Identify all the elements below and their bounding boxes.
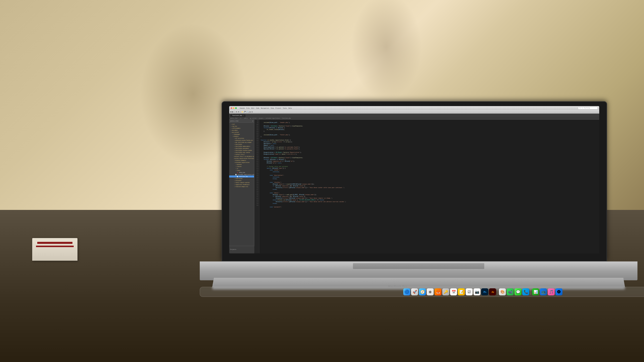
minimize-button[interactable] <box>233 107 234 109</box>
dock-icon-photoshop[interactable]: Ps <box>481 288 488 295</box>
toolbar-icon-2[interactable]: ▶ <box>232 111 233 113</box>
toolbar-icon-4[interactable]: ⟳ <box>238 111 239 113</box>
tree-layerslider[interactable]: ▸ LayerSlider <box>229 177 254 179</box>
toolbar-icon-9[interactable]: ⚙ <box>252 111 253 113</box>
menu-project[interactable]: Project <box>275 107 281 109</box>
menu-file[interactable]: File <box>246 107 250 109</box>
menu-tools[interactable]: Tools <box>283 107 287 109</box>
toolbar-icon-3[interactable]: ⟲ <box>236 111 237 113</box>
tree-classes[interactable]: ▸ classes <box>229 165 254 167</box>
dock-icon-messages[interactable]: 💬 <box>514 288 521 295</box>
dock-icon-chrome[interactable]: ⊕ <box>427 288 434 295</box>
laptop-base <box>200 261 638 280</box>
tree-extended-reg-php[interactable]: 📄 extended_registration.php <box>229 173 254 175</box>
traffic-lights[interactable] <box>231 107 237 109</box>
toolbar-icon-1[interactable]: ◀ <box>230 111 231 113</box>
dock-icon-photos[interactable]: 📷 <box>473 288 480 295</box>
tab-functions-php[interactable]: functions.php × <box>230 114 246 117</box>
sidebar-gear-icon[interactable]: ⚙ <box>252 120 253 122</box>
photoshop-icon: Ps <box>484 290 486 293</box>
tree-charitable-amb[interactable]: ▸ charitable-ambassadors <box>229 145 254 147</box>
dock-icon-keynote[interactable]: 📺 <box>540 288 547 295</box>
tree-debug-php[interactable]: 🐞 debug.php <box>229 171 254 173</box>
dock-icon-illustrator[interactable]: Ai <box>489 288 496 295</box>
dock-icon-firefox[interactable]: 🦊 <box>434 288 441 295</box>
toolbar-icon-5[interactable]: 📁 <box>242 111 243 113</box>
menu-navigation[interactable]: Navigation <box>261 107 269 109</box>
photos-icon: 📷 <box>475 290 479 294</box>
tree-wp-admin[interactable]: ▸ wp-admin <box>229 129 254 131</box>
dock-icon-launchpad[interactable]: 🚀 <box>411 288 418 295</box>
tree-captcha[interactable]: ▸ really-simple-captcha <box>229 182 254 184</box>
tree-acf-pro[interactable]: ▸ advanced-custom-fields-pro <box>229 139 254 141</box>
menu-view[interactable]: View <box>271 107 274 109</box>
dock-icon-appstore[interactable]: 🅐 <box>555 288 562 295</box>
dock-icon-colorpicker[interactable]: 🎨 <box>499 288 506 295</box>
close-button[interactable] <box>231 107 232 109</box>
tree-charitable[interactable]: ▸ charitable <box>229 143 254 145</box>
toolbar-icon-7[interactable]: 🔍 <box>247 111 249 113</box>
tree-disable-comments[interactable]: ▸ disable-comments <box>229 159 254 161</box>
dock-icon-calendar[interactable]: 📅 <box>450 288 457 295</box>
toolbar-icon-8[interactable]: ▶ <box>250 111 251 113</box>
tree-charitable-anon[interactable]: ▸ charitable-anonymous <box>229 147 254 149</box>
tree-js[interactable]: ▸ js <box>229 167 254 169</box>
tree-charitable-avatar[interactable]: ▸ charitable-user-avatar <box>229 151 254 153</box>
tree-custom-reg[interactable]: ▸ custom-registration-form-build... <box>229 157 254 159</box>
menu-help[interactable]: Help <box>289 107 292 109</box>
keychain-icon: 🔑 <box>444 290 448 294</box>
tree-regen-thumb[interactable]: ▸ regenerate-thumbnails <box>229 184 254 186</box>
dock-icon-keychain[interactable]: 🔑 <box>442 288 449 295</box>
file-label: 📄 functions.php <box>237 176 248 177</box>
dock-icon-numbers[interactable]: 📊 <box>532 288 539 295</box>
tree-views[interactable]: ▸ views <box>229 169 254 171</box>
maximize-button[interactable] <box>235 107 237 109</box>
tree-functions-php[interactable]: 📄 functions.php <box>229 175 254 177</box>
tree-relative-urls[interactable]: ▸ relative-image-urls <box>229 186 254 188</box>
tree-amr[interactable]: ▸ amr-shortcode-any-widget <box>229 141 254 143</box>
numbers-icon: 📊 <box>534 290 538 294</box>
tree-cf7[interactable]: ▸ contact-form-7 <box>229 153 254 155</box>
code-editor[interactable]: 9899100101102103104105106107108109110111… <box>254 120 599 253</box>
tree-acf[interactable]: ▸ acf-accordion <box>229 137 254 139</box>
folder-label: disable-comments <box>235 160 246 161</box>
tree-wp-content[interactable]: ▾ wp-content <box>229 131 254 133</box>
books-decoration <box>32 231 83 261</box>
ide-application: Komodo File Edit Code Navigation View Pr… <box>229 106 599 253</box>
tree-cgi-bin[interactable]: ▸ cgi-bin <box>229 125 254 127</box>
menu-code[interactable]: Code <box>256 107 259 109</box>
go-to-anything-input[interactable]: Go to Anything <box>578 107 598 109</box>
toolbar-separator-1 <box>234 111 235 113</box>
menu-edit[interactable]: Edit <box>251 107 254 109</box>
folder-label: wp-content <box>232 132 239 133</box>
menu-items: Komodo File Edit Code Navigation View Pr… <box>240 107 292 109</box>
menu-komodo[interactable]: Komodo <box>240 107 245 109</box>
dock-icon-facetime[interactable]: 📹 <box>507 288 514 295</box>
tree-plugins[interactable]: ▾ plugins <box>229 135 254 137</box>
notes-icon: 📝 <box>459 290 464 294</box>
dock-icon-safari[interactable]: 🧭 <box>419 288 426 295</box>
tree-backend[interactable]: ▸ backend <box>229 163 254 165</box>
dock-icon-notes[interactable]: 📝 <box>458 288 465 295</box>
finder-icon: 🔵 <box>404 289 409 294</box>
tree-contimize[interactable]: ▸ contimize <box>229 179 254 182</box>
tree-languages[interactable]: ▸ languages <box>229 133 254 135</box>
tree-cf7-db[interactable]: ▸ contact-form-7-to-database-ext... <box>229 155 254 157</box>
folder-label: backend <box>237 164 242 165</box>
dock-icon-itunes[interactable]: 🎵 <box>548 288 555 295</box>
line-numbers: 9899100101102103104105106107108109110111… <box>254 120 259 253</box>
folder-label: amr-shortcode-any-widget <box>235 142 252 143</box>
dock-icon-skype[interactable]: 📞 <box>522 288 529 295</box>
tree-sitformadmin[interactable]: ▸ sitformadmin <box>229 127 254 129</box>
dock-icon-finder[interactable]: 🔵 <box>403 288 410 295</box>
book-stack <box>32 238 77 261</box>
folder-label: custom-registration-form-build... <box>234 158 254 159</box>
tree-extended-reg[interactable]: ▾ extended-registration <box>229 161 254 163</box>
tree-charitable-lic[interactable]: ▸ charitable-license-seeker <box>229 149 254 151</box>
tab-close-icon[interactable]: × <box>243 115 244 116</box>
folder-label: regenerate-thumbnails <box>235 184 250 185</box>
dock-icon-reminders[interactable]: ☑ <box>466 288 473 295</box>
tree-cert[interactable]: ▸ cert <box>229 123 254 125</box>
folder-label: cert <box>232 124 235 125</box>
toolbar-icon-6[interactable]: 💾 <box>244 111 246 113</box>
